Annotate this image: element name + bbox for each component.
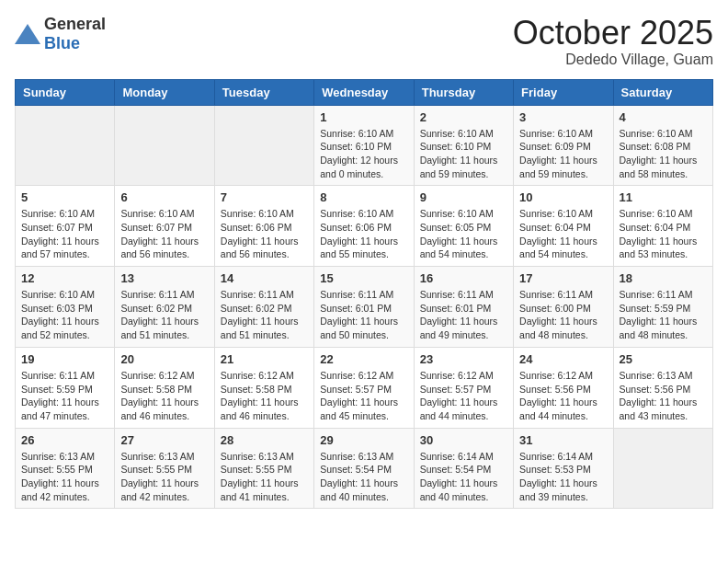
day-info: Sunrise: 6:11 AMSunset: 6:01 PMDaylight:… xyxy=(420,288,507,342)
day-info: Sunrise: 6:13 AMSunset: 5:55 PMDaylight:… xyxy=(221,450,308,504)
day-number: 3 xyxy=(519,110,607,124)
calendar-cell: 18Sunrise: 6:11 AMSunset: 5:59 PMDayligh… xyxy=(613,267,712,348)
calendar-week-5: 26Sunrise: 6:13 AMSunset: 5:55 PMDayligh… xyxy=(16,428,713,509)
day-number: 24 xyxy=(519,352,607,366)
calendar-cell: 17Sunrise: 6:11 AMSunset: 6:00 PMDayligh… xyxy=(514,267,613,348)
weekday-header-row: SundayMondayTuesdayWednesdayThursdayFrid… xyxy=(16,79,713,105)
day-info: Sunrise: 6:10 AMSunset: 6:06 PMDaylight:… xyxy=(320,207,407,261)
day-number: 15 xyxy=(320,271,407,285)
day-number: 28 xyxy=(221,433,308,447)
day-number: 11 xyxy=(620,190,707,204)
calendar-cell: 31Sunrise: 6:14 AMSunset: 5:53 PMDayligh… xyxy=(514,428,613,509)
day-info: Sunrise: 6:13 AMSunset: 5:56 PMDaylight:… xyxy=(620,369,707,423)
calendar-cell: 28Sunrise: 6:13 AMSunset: 5:55 PMDayligh… xyxy=(214,428,313,509)
calendar-table: SundayMondayTuesdayWednesdayThursdayFrid… xyxy=(15,79,713,510)
calendar-cell: 3Sunrise: 6:10 AMSunset: 6:09 PMDaylight… xyxy=(514,105,613,186)
day-number: 2 xyxy=(420,110,507,124)
calendar-cell: 21Sunrise: 6:12 AMSunset: 5:58 PMDayligh… xyxy=(214,347,313,428)
logo-text-general: General xyxy=(44,15,106,33)
location-title: Dededo Village, Guam xyxy=(513,52,713,68)
calendar-cell: 5Sunrise: 6:10 AMSunset: 6:07 PMDaylight… xyxy=(16,186,115,267)
day-info: Sunrise: 6:10 AMSunset: 6:04 PMDaylight:… xyxy=(519,207,607,261)
calendar-cell: 23Sunrise: 6:12 AMSunset: 5:57 PMDayligh… xyxy=(414,347,513,428)
calendar-cell: 15Sunrise: 6:11 AMSunset: 6:01 PMDayligh… xyxy=(314,267,414,348)
calendar-week-1: 1Sunrise: 6:10 AMSunset: 6:10 PMDaylight… xyxy=(16,105,713,186)
day-info: Sunrise: 6:10 AMSunset: 6:05 PMDaylight:… xyxy=(420,207,507,261)
calendar-cell: 14Sunrise: 6:11 AMSunset: 6:02 PMDayligh… xyxy=(214,267,313,348)
day-info: Sunrise: 6:11 AMSunset: 5:59 PMDaylight:… xyxy=(620,288,707,342)
day-info: Sunrise: 6:10 AMSunset: 6:04 PMDaylight:… xyxy=(620,207,707,261)
weekday-header-saturday: Saturday xyxy=(613,79,712,105)
calendar-week-3: 12Sunrise: 6:10 AMSunset: 6:03 PMDayligh… xyxy=(16,267,713,348)
weekday-header-sunday: Sunday xyxy=(16,79,115,105)
weekday-header-thursday: Thursday xyxy=(414,79,513,105)
calendar-cell: 22Sunrise: 6:12 AMSunset: 5:57 PMDayligh… xyxy=(314,347,414,428)
calendar-cell xyxy=(16,105,115,186)
day-number: 21 xyxy=(221,352,308,366)
logo: General Blue xyxy=(15,15,106,53)
day-info: Sunrise: 6:13 AMSunset: 5:55 PMDaylight:… xyxy=(120,450,208,504)
calendar-cell: 10Sunrise: 6:10 AMSunset: 6:04 PMDayligh… xyxy=(514,186,613,267)
day-info: Sunrise: 6:11 AMSunset: 6:02 PMDaylight:… xyxy=(221,288,308,342)
day-number: 8 xyxy=(320,190,407,204)
day-number: 1 xyxy=(320,110,407,124)
logo-icon xyxy=(15,24,40,44)
calendar-cell xyxy=(214,105,313,186)
weekday-header-wednesday: Wednesday xyxy=(314,79,414,105)
calendar-cell: 29Sunrise: 6:13 AMSunset: 5:54 PMDayligh… xyxy=(314,428,414,509)
day-info: Sunrise: 6:11 AMSunset: 5:59 PMDaylight:… xyxy=(21,369,108,423)
calendar-cell: 2Sunrise: 6:10 AMSunset: 6:10 PMDaylight… xyxy=(414,105,513,186)
day-number: 31 xyxy=(519,433,607,447)
day-info: Sunrise: 6:11 AMSunset: 6:00 PMDaylight:… xyxy=(519,288,607,342)
day-info: Sunrise: 6:12 AMSunset: 5:57 PMDaylight:… xyxy=(320,369,407,423)
day-number: 14 xyxy=(221,271,308,285)
calendar-cell: 25Sunrise: 6:13 AMSunset: 5:56 PMDayligh… xyxy=(613,347,712,428)
day-info: Sunrise: 6:10 AMSunset: 6:10 PMDaylight:… xyxy=(320,127,407,181)
day-info: Sunrise: 6:10 AMSunset: 6:03 PMDaylight:… xyxy=(21,288,108,342)
month-title: October 2025 xyxy=(513,15,713,52)
calendar-cell: 30Sunrise: 6:14 AMSunset: 5:54 PMDayligh… xyxy=(414,428,513,509)
day-info: Sunrise: 6:10 AMSunset: 6:07 PMDaylight:… xyxy=(21,207,108,261)
day-number: 13 xyxy=(120,271,208,285)
calendar-cell: 11Sunrise: 6:10 AMSunset: 6:04 PMDayligh… xyxy=(613,186,712,267)
day-number: 27 xyxy=(120,433,208,447)
day-number: 5 xyxy=(21,190,108,204)
logo-text-blue: Blue xyxy=(44,34,80,52)
calendar-week-4: 19Sunrise: 6:11 AMSunset: 5:59 PMDayligh… xyxy=(16,347,713,428)
calendar-cell: 12Sunrise: 6:10 AMSunset: 6:03 PMDayligh… xyxy=(16,267,115,348)
day-number: 17 xyxy=(519,271,607,285)
calendar-cell: 13Sunrise: 6:11 AMSunset: 6:02 PMDayligh… xyxy=(115,267,214,348)
day-info: Sunrise: 6:13 AMSunset: 5:54 PMDaylight:… xyxy=(320,450,407,504)
calendar-cell: 8Sunrise: 6:10 AMSunset: 6:06 PMDaylight… xyxy=(314,186,414,267)
calendar-cell: 7Sunrise: 6:10 AMSunset: 6:06 PMDaylight… xyxy=(214,186,313,267)
day-number: 20 xyxy=(120,352,208,366)
calendar-cell: 16Sunrise: 6:11 AMSunset: 6:01 PMDayligh… xyxy=(414,267,513,348)
day-info: Sunrise: 6:11 AMSunset: 6:01 PMDaylight:… xyxy=(320,288,407,342)
calendar-cell: 4Sunrise: 6:10 AMSunset: 6:08 PMDaylight… xyxy=(613,105,712,186)
day-info: Sunrise: 6:14 AMSunset: 5:53 PMDaylight:… xyxy=(519,450,607,504)
day-info: Sunrise: 6:12 AMSunset: 5:57 PMDaylight:… xyxy=(420,369,507,423)
day-info: Sunrise: 6:10 AMSunset: 6:08 PMDaylight:… xyxy=(620,127,707,181)
page-header: General Blue October 2025 Dededo Village… xyxy=(15,15,713,68)
calendar-cell: 20Sunrise: 6:12 AMSunset: 5:58 PMDayligh… xyxy=(115,347,214,428)
weekday-header-friday: Friday xyxy=(514,79,613,105)
day-info: Sunrise: 6:11 AMSunset: 6:02 PMDaylight:… xyxy=(120,288,208,342)
day-number: 4 xyxy=(620,110,707,124)
day-info: Sunrise: 6:13 AMSunset: 5:55 PMDaylight:… xyxy=(21,450,108,504)
day-number: 23 xyxy=(420,352,507,366)
day-number: 26 xyxy=(21,433,108,447)
day-info: Sunrise: 6:14 AMSunset: 5:54 PMDaylight:… xyxy=(420,450,507,504)
weekday-header-tuesday: Tuesday xyxy=(214,79,313,105)
day-info: Sunrise: 6:10 AMSunset: 6:07 PMDaylight:… xyxy=(120,207,208,261)
title-area: October 2025 Dededo Village, Guam xyxy=(513,15,713,68)
day-number: 9 xyxy=(420,190,507,204)
day-number: 7 xyxy=(221,190,308,204)
weekday-header-monday: Monday xyxy=(115,79,214,105)
day-info: Sunrise: 6:10 AMSunset: 6:09 PMDaylight:… xyxy=(519,127,607,181)
day-info: Sunrise: 6:12 AMSunset: 5:56 PMDaylight:… xyxy=(519,369,607,423)
calendar-cell: 9Sunrise: 6:10 AMSunset: 6:05 PMDaylight… xyxy=(414,186,513,267)
calendar-cell xyxy=(115,105,214,186)
day-info: Sunrise: 6:12 AMSunset: 5:58 PMDaylight:… xyxy=(120,369,208,423)
calendar-cell: 26Sunrise: 6:13 AMSunset: 5:55 PMDayligh… xyxy=(16,428,115,509)
day-number: 12 xyxy=(21,271,108,285)
